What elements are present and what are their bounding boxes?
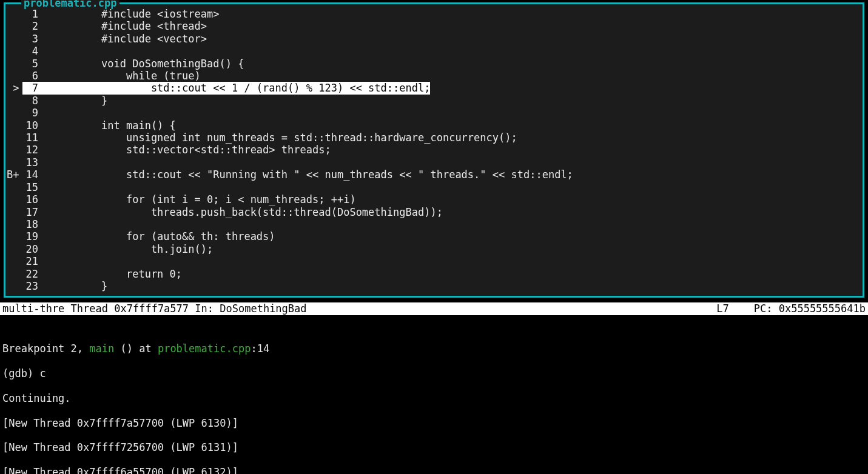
- breakpoint-prefix: Breakpoint 2,: [2, 342, 89, 355]
- source-line: 9: [5, 107, 858, 119]
- console-line: [New Thread 0x7ffff7256700 (LWP 6131)]: [2, 441, 866, 453]
- line-number: 17: [22, 206, 41, 218]
- breakpoint-func: main: [89, 342, 114, 355]
- console-line: Continuing.: [2, 392, 866, 404]
- status-right: L7 PC: 0x55555555641b: [716, 302, 866, 315]
- code-text: [41, 156, 858, 169]
- line-number: 4: [22, 45, 41, 57]
- source-body[interactable]: 1#include <iostream>2#include <thread>3#…: [5, 4, 863, 296]
- source-line: 12 std::vector<std::thread> threads;: [5, 144, 858, 156]
- gutter-marker: [5, 280, 22, 292]
- code-text: unsigned int num_threads = std::thread::…: [41, 132, 858, 144]
- gutter-marker: [5, 95, 22, 107]
- code-text: [41, 45, 858, 57]
- line-number: 19: [22, 230, 41, 242]
- gutter-marker: [5, 33, 22, 45]
- line-number: 20: [22, 243, 41, 255]
- source-line: 2#include <thread>: [5, 20, 858, 32]
- source-line: 19 for (auto&& th: threads): [5, 230, 858, 242]
- gutter-marker: [5, 20, 22, 32]
- code-text: [41, 181, 858, 193]
- line-number: 18: [22, 218, 41, 230]
- line-number: 1: [22, 8, 41, 20]
- status-pc: PC: 0x55555555641b: [754, 302, 866, 315]
- gutter-marker: [5, 45, 22, 57]
- gutter-marker: [5, 156, 22, 169]
- gutter-marker: >: [5, 82, 22, 94]
- source-line: 15: [5, 181, 858, 193]
- line-number: 11: [22, 132, 41, 144]
- code-text: #include <vector>: [41, 33, 858, 45]
- status-bar: multi-thre Thread 0x7ffff7a577 In: DoSom…: [0, 302, 868, 315]
- gutter-marker: B+: [5, 169, 22, 181]
- line-number: 13: [22, 156, 41, 169]
- breakpoint-file: problematic.cpp: [158, 342, 251, 355]
- line-number: 2: [22, 20, 41, 32]
- line-number: 6: [22, 70, 41, 82]
- gutter-marker: [5, 8, 22, 20]
- source-window: problematic.cpp 1#include <iostream>2#in…: [4, 2, 864, 298]
- source-line: 22 return 0;: [5, 268, 858, 280]
- gutter-marker: [5, 206, 22, 218]
- line-number: 9: [22, 107, 41, 119]
- code-text: std::cout << "Running with " << num_thre…: [41, 169, 858, 181]
- source-line: 18: [5, 218, 858, 230]
- gutter-marker: [5, 230, 22, 242]
- line-number: 22: [22, 268, 41, 280]
- code-text: void DoSomethingBad() {: [41, 58, 858, 70]
- code-text: std::cout << 1 / (rand() % 123) << std::…: [41, 82, 858, 94]
- gutter-marker: [5, 132, 22, 144]
- gutter-marker: [5, 144, 22, 156]
- code-text: threads.push_back(std::thread(DoSomethin…: [41, 206, 858, 218]
- gutter-marker: [5, 119, 22, 132]
- line-number: 3: [22, 33, 41, 45]
- code-text: while (true): [41, 70, 858, 82]
- gutter-marker: [5, 193, 22, 205]
- line-number: 10: [22, 119, 41, 132]
- line-number: 7: [22, 82, 41, 94]
- gdb-console[interactable]: Breakpoint 2, main () at problematic.cpp…: [0, 315, 868, 474]
- source-line: 8}: [5, 95, 858, 107]
- source-line: 16 for (int i = 0; i < num_threads; ++i): [5, 193, 858, 205]
- code-text: th.join();: [41, 243, 858, 255]
- status-mode: multi-thre: [2, 302, 71, 315]
- code-text: int main() {: [41, 119, 858, 132]
- source-line: 3#include <vector>: [5, 33, 858, 45]
- code-text: for (int i = 0; i < num_threads; ++i): [41, 193, 858, 205]
- source-line: 4: [5, 45, 858, 57]
- code-text: std::vector<std::thread> threads;: [41, 144, 858, 156]
- line-number: 12: [22, 144, 41, 156]
- source-line: >7 std::cout << 1 / (rand() % 123) << st…: [5, 82, 858, 94]
- source-filename: problematic.cpp: [21, 0, 119, 9]
- source-line: 13: [5, 156, 858, 169]
- gutter-marker: [5, 255, 22, 267]
- code-text: #include <thread>: [41, 20, 858, 32]
- gutter-marker: [5, 268, 22, 280]
- code-text: [41, 255, 858, 267]
- source-line: 20 th.join();: [5, 243, 858, 255]
- status-function: DoSomethingBad: [220, 302, 306, 315]
- line-number: 23: [22, 280, 41, 292]
- code-text: for (auto&& th: threads): [41, 230, 858, 242]
- gutter-marker: [5, 243, 22, 255]
- line-number: 16: [22, 193, 41, 205]
- console-line: (gdb) c: [2, 367, 866, 379]
- code-text: [41, 107, 858, 119]
- line-number: 21: [22, 255, 41, 267]
- source-line: 10int main() {: [5, 119, 858, 132]
- line-number: 8: [22, 95, 41, 107]
- source-line: 11 unsigned int num_threads = std::threa…: [5, 132, 858, 144]
- code-text: #include <iostream>: [41, 8, 858, 20]
- status-in-label: In:: [195, 302, 220, 315]
- source-line: B+14 std::cout << "Running with " << num…: [5, 169, 858, 181]
- line-number: 5: [22, 58, 41, 70]
- gutter-marker: [5, 107, 22, 119]
- console-line: [New Thread 0x7ffff6a55700 (LWP 6132)]: [2, 466, 866, 474]
- source-line: 21: [5, 255, 858, 267]
- line-number: 14: [22, 169, 41, 181]
- status-left: multi-thre Thread 0x7ffff7a577 In: DoSom…: [2, 302, 716, 315]
- status-line: L7: [716, 302, 728, 315]
- source-line: 23}: [5, 280, 858, 292]
- source-line: 5void DoSomethingBad() {: [5, 58, 858, 70]
- source-line: 6 while (true): [5, 70, 858, 82]
